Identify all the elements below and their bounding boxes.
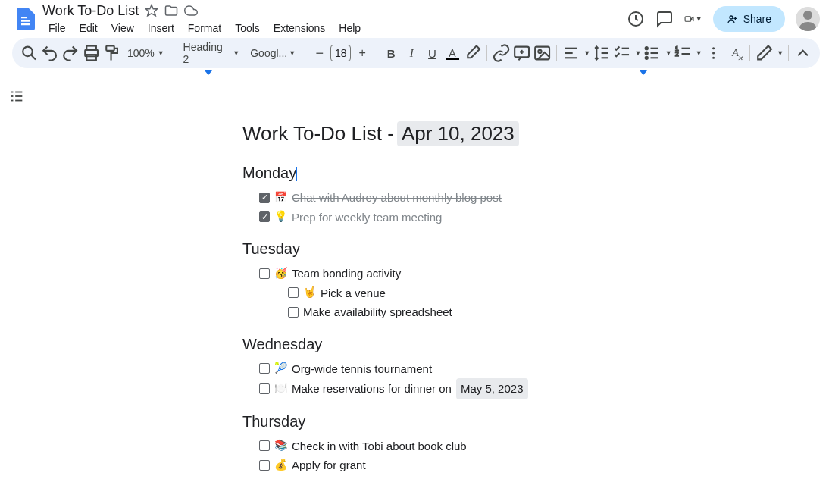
title-date-chip[interactable]: Apr 10, 2023 bbox=[397, 121, 519, 146]
list-item[interactable]: 🍽️Make reservations for dinner on May 5,… bbox=[259, 378, 674, 399]
svg-point-28 bbox=[646, 57, 648, 59]
date-chip[interactable]: May 5, 2023 bbox=[456, 378, 528, 399]
menu-tools[interactable]: Tools bbox=[229, 20, 266, 36]
indent-marker-right[interactable] bbox=[640, 70, 647, 75]
toolbar: 100%▼ Heading 2▼ Googl...▼ − 18 + B I U … bbox=[12, 38, 820, 68]
list-item[interactable]: ✓📅Chat with Audrey about monthly blog po… bbox=[259, 188, 674, 208]
insert-image-icon[interactable] bbox=[533, 42, 552, 64]
collapse-toolbar-icon[interactable] bbox=[793, 42, 812, 64]
checkbox-unchecked[interactable] bbox=[259, 363, 270, 374]
checkbox-unchecked[interactable] bbox=[259, 440, 270, 451]
list-item[interactable]: 🥳Team bonding activity bbox=[259, 264, 674, 283]
undo-icon[interactable] bbox=[40, 42, 59, 64]
task-text: Apply for grant bbox=[292, 455, 366, 475]
comments-icon[interactable] bbox=[655, 10, 674, 28]
checkbox-checked[interactable]: ✓ bbox=[259, 211, 270, 222]
checkbox-unchecked[interactable] bbox=[259, 268, 270, 279]
highlight-icon[interactable] bbox=[463, 42, 482, 64]
checklist-tuesday: 🥳Team bonding activity bbox=[242, 264, 674, 283]
menu-extensions[interactable]: Extensions bbox=[267, 20, 331, 36]
list-item[interactable]: Make availability spreadsheet bbox=[288, 302, 674, 322]
font-dropdown[interactable]: Googl...▼ bbox=[246, 42, 300, 64]
insert-link-icon[interactable] bbox=[492, 42, 511, 64]
search-menus-icon[interactable] bbox=[20, 42, 39, 64]
clear-formatting-icon[interactable]: A✕ bbox=[726, 42, 745, 64]
meet-icon[interactable]: ▼ bbox=[684, 10, 702, 28]
task-text: Make reservations for dinner on bbox=[292, 379, 452, 399]
checklist-wednesday: 🎾Org-wide tennis tournament 🍽️Make reser… bbox=[242, 359, 674, 399]
bulleted-list-icon[interactable] bbox=[643, 42, 662, 64]
menu-help[interactable]: Help bbox=[333, 20, 367, 36]
checkbox-unchecked[interactable] bbox=[259, 383, 270, 394]
checklist-thursday: 📚Check in with Tobi about book club 💰App… bbox=[242, 437, 674, 475]
app-header: Work To-Do List File Edit View Insert Fo… bbox=[0, 0, 832, 33]
day-heading-monday[interactable]: Monday bbox=[242, 164, 674, 182]
zoom-dropdown[interactable]: 100%▼ bbox=[123, 42, 169, 64]
svg-rect-16 bbox=[535, 47, 549, 60]
history-icon[interactable] bbox=[627, 10, 645, 28]
redo-icon[interactable] bbox=[61, 42, 80, 64]
day-heading-wednesday[interactable]: Wednesday bbox=[242, 336, 674, 353]
paragraph-style-dropdown[interactable]: Heading 2▼ bbox=[179, 42, 245, 64]
line-spacing-icon[interactable] bbox=[592, 42, 611, 64]
menu-file[interactable]: File bbox=[42, 20, 72, 36]
menu-bar: File Edit View Insert Format Tools Exten… bbox=[42, 20, 627, 36]
numbered-list-icon[interactable]: 12 bbox=[674, 42, 693, 64]
list-item[interactable]: 🎾Org-wide tennis tournament bbox=[259, 359, 674, 379]
share-button[interactable]: Share bbox=[713, 6, 785, 32]
day-heading-tuesday[interactable]: Tuesday bbox=[242, 240, 674, 258]
left-sidebar bbox=[0, 77, 33, 504]
insert-comment-icon[interactable] bbox=[512, 42, 531, 64]
more-icon[interactable] bbox=[704, 42, 723, 64]
increase-font-icon[interactable]: + bbox=[352, 42, 371, 64]
align-icon[interactable] bbox=[561, 42, 580, 64]
checkbox-unchecked[interactable] bbox=[259, 460, 270, 471]
account-avatar[interactable] bbox=[796, 7, 820, 31]
list-item[interactable]: 🤘Pick a venue bbox=[288, 283, 674, 303]
indent-marker-left[interactable] bbox=[205, 70, 212, 75]
ruler[interactable] bbox=[0, 73, 832, 77]
checkbox-unchecked[interactable] bbox=[288, 287, 299, 298]
list-item[interactable]: 💰Apply for grant bbox=[259, 455, 674, 475]
menu-edit[interactable]: Edit bbox=[74, 20, 104, 36]
move-icon[interactable] bbox=[164, 4, 178, 17]
menu-format[interactable]: Format bbox=[182, 20, 227, 36]
decrease-font-icon[interactable]: − bbox=[310, 42, 329, 64]
task-text: Prep for weekly team meeting bbox=[292, 208, 442, 227]
star-icon[interactable] bbox=[145, 4, 158, 17]
docs-logo-icon[interactable] bbox=[12, 5, 39, 33]
checkbox-unchecked[interactable] bbox=[288, 307, 299, 318]
underline-icon[interactable]: U bbox=[423, 42, 442, 64]
document-area: Work To-Do List - Apr 10, 2023 Monday ✓📅… bbox=[0, 77, 832, 504]
doc-heading[interactable]: Work To-Do List - Apr 10, 2023 bbox=[242, 121, 674, 146]
task-text: Team bonding activity bbox=[292, 264, 401, 283]
checklist-tuesday-nested: 🤘Pick a venue Make availability spreadsh… bbox=[242, 283, 674, 322]
italic-icon[interactable]: I bbox=[402, 42, 421, 64]
share-label: Share bbox=[743, 13, 771, 25]
menu-view[interactable]: View bbox=[105, 20, 140, 36]
paint-format-icon[interactable] bbox=[102, 42, 121, 64]
list-item[interactable]: ✓💡Prep for weekly team meeting bbox=[259, 208, 674, 227]
checklist-monday: ✓📅Chat with Audrey about monthly blog po… bbox=[242, 188, 674, 227]
day-heading-thursday[interactable]: Thursday bbox=[242, 413, 674, 430]
checklist-icon[interactable] bbox=[612, 42, 631, 64]
outline-icon[interactable] bbox=[8, 88, 25, 105]
document-page[interactable]: Work To-Do List - Apr 10, 2023 Monday ✓📅… bbox=[33, 77, 674, 504]
doc-title[interactable]: Work To-Do List bbox=[42, 3, 139, 19]
svg-point-4 bbox=[730, 16, 733, 19]
print-icon[interactable] bbox=[82, 42, 101, 64]
svg-marker-0 bbox=[146, 5, 158, 16]
checkbox-checked[interactable]: ✓ bbox=[259, 193, 270, 203]
text-color-icon[interactable]: A bbox=[443, 42, 461, 64]
cloud-status-icon[interactable] bbox=[184, 4, 198, 17]
title-area: Work To-Do List File Edit View Insert Fo… bbox=[42, 3, 627, 36]
font-size-input[interactable]: 18 bbox=[330, 45, 351, 61]
bold-icon[interactable]: B bbox=[382, 42, 401, 64]
editing-mode-icon[interactable] bbox=[755, 42, 774, 64]
task-text: Make availability spreadsheet bbox=[303, 302, 452, 322]
menu-insert[interactable]: Insert bbox=[142, 20, 180, 36]
task-text: Pick a venue bbox=[321, 283, 386, 303]
task-text: Org-wide tennis tournament bbox=[292, 359, 432, 379]
list-item[interactable]: 📚Check in with Tobi about book club bbox=[259, 437, 674, 456]
toolbar-container: 100%▼ Heading 2▼ Googl...▼ − 18 + B I U … bbox=[0, 33, 832, 73]
